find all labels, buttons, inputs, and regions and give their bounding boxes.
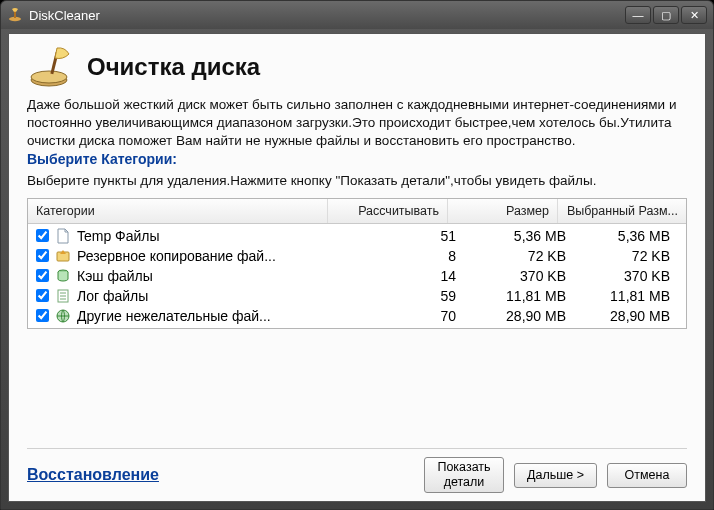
row-size: 11,81 MB <box>456 288 566 304</box>
app-icon <box>7 7 23 23</box>
other-icon <box>55 308 71 324</box>
file-icon <box>55 228 71 244</box>
row-label: Лог файлы <box>77 288 148 304</box>
row-size: 370 KB <box>456 268 566 284</box>
row-checkbox[interactable] <box>36 289 49 302</box>
disk-cleaner-icon <box>27 46 75 88</box>
footer-bar: Восстановление Показать детали Дальше > … <box>27 448 687 493</box>
header-selected-size[interactable]: Выбранный Разм... <box>558 199 686 223</box>
row-checkbox[interactable] <box>36 269 49 282</box>
row-selected-size: 370 KB <box>566 268 678 284</box>
show-details-button[interactable]: Показать детали <box>424 457 504 493</box>
row-size: 72 KB <box>456 248 566 264</box>
row-count: 8 <box>336 248 456 264</box>
restore-link[interactable]: Восстановление <box>27 466 159 484</box>
header-category[interactable]: Категории <box>28 199 328 223</box>
row-count: 14 <box>336 268 456 284</box>
row-count: 70 <box>336 308 456 324</box>
svg-point-3 <box>31 71 67 83</box>
backup-icon <box>55 248 71 264</box>
next-button[interactable]: Дальше > <box>514 463 597 488</box>
row-checkbox[interactable] <box>36 249 49 262</box>
header-size[interactable]: Размер <box>448 199 558 223</box>
table-row[interactable]: Лог файлы5911,81 MB11,81 MB <box>28 286 686 306</box>
table-row[interactable]: Резервное копирование фай...872 KB72 KB <box>28 246 686 266</box>
table-row[interactable]: Temp Файлы515,36 MB5,36 MB <box>28 226 686 246</box>
cache-icon <box>55 268 71 284</box>
row-selected-size: 28,90 MB <box>566 308 678 324</box>
content-panel: Очистка диска Даже большой жесткий диск … <box>8 33 706 502</box>
categories-subhead: Выберите Категории: <box>27 151 687 167</box>
row-label: Кэш файлы <box>77 268 153 284</box>
row-checkbox[interactable] <box>36 229 49 242</box>
minimize-button[interactable]: — <box>625 6 651 24</box>
row-size: 5,36 MB <box>456 228 566 244</box>
row-checkbox[interactable] <box>36 309 49 322</box>
row-selected-size: 72 KB <box>566 248 678 264</box>
close-button[interactable]: ✕ <box>681 6 707 24</box>
header-count[interactable]: Рассчитывать <box>328 199 448 223</box>
window-title: DiskCleaner <box>29 8 625 23</box>
row-selected-size: 11,81 MB <box>566 288 678 304</box>
instruction-text: Выберите пункты для удаления.Нажмите кно… <box>27 173 687 188</box>
row-label: Резервное копирование фай... <box>77 248 276 264</box>
row-size: 28,90 MB <box>456 308 566 324</box>
cancel-button[interactable]: Отмена <box>607 463 687 488</box>
row-count: 51 <box>336 228 456 244</box>
row-label: Temp Файлы <box>77 228 160 244</box>
titlebar: DiskCleaner — ▢ ✕ <box>1 1 713 29</box>
description-text: Даже большой жесткий диск может быть сил… <box>27 96 687 151</box>
log-icon <box>55 288 71 304</box>
page-title: Очистка диска <box>87 53 260 81</box>
table-header: Категории Рассчитывать Размер Выбранный … <box>28 199 686 224</box>
app-window: DiskCleaner — ▢ ✕ Очистка диска Даже бол… <box>0 0 714 510</box>
maximize-button[interactable]: ▢ <box>653 6 679 24</box>
categories-table: Категории Рассчитывать Размер Выбранный … <box>27 198 687 329</box>
row-label: Другие нежелательные фай... <box>77 308 271 324</box>
row-selected-size: 5,36 MB <box>566 228 678 244</box>
row-count: 59 <box>336 288 456 304</box>
table-row[interactable]: Кэш файлы14370 KB370 KB <box>28 266 686 286</box>
table-row[interactable]: Другие нежелательные фай...7028,90 MB28,… <box>28 306 686 326</box>
